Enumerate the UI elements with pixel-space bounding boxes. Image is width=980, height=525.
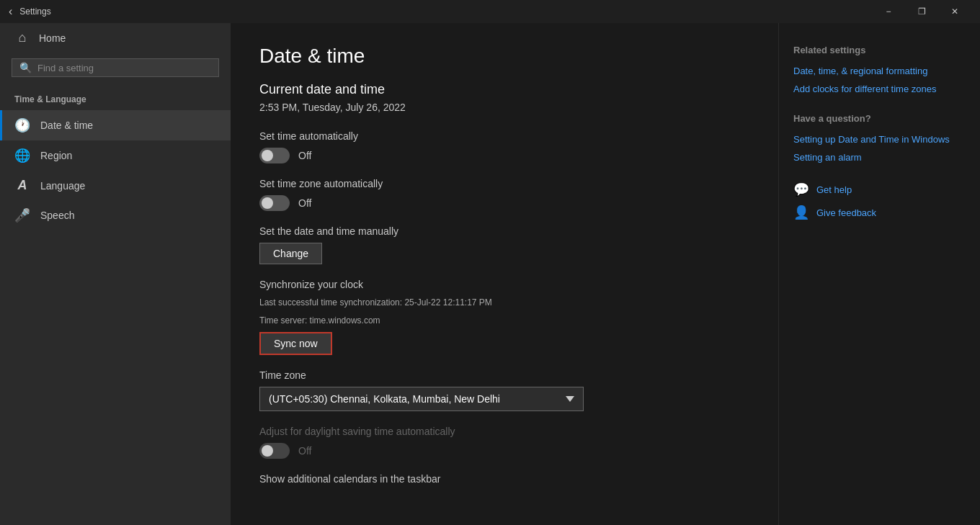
feedback-link[interactable]: Give feedback <box>816 207 876 218</box>
timezone-row: Time zone (UTC+05:30) Chennai, Kolkata, … <box>259 369 749 411</box>
regional-formatting-link[interactable]: Date, time, & regional formatting <box>793 66 966 76</box>
question-title: Have a question? <box>793 113 966 124</box>
set-time-auto-toggle-row: Off <box>259 148 749 163</box>
set-time-auto-toggle[interactable] <box>259 148 290 163</box>
additional-cal-row: Show additional calendars in the taskbar <box>259 473 749 485</box>
set-timezone-auto-value: Off <box>298 197 311 209</box>
app-title: Settings <box>19 6 50 17</box>
sidebar-item-label: Date & time <box>40 120 93 131</box>
home-icon: ⌂ <box>14 30 30 45</box>
timezone-wrapper: (UTC+05:30) Chennai, Kolkata, Mumbai, Ne… <box>259 387 584 411</box>
sidebar: ⌂ Home 🔍 Time & Language 🕐 Date & time 🌐… <box>0 23 231 525</box>
timezone-select[interactable]: (UTC+05:30) Chennai, Kolkata, Mumbai, Ne… <box>259 387 584 411</box>
setup-datetime-link[interactable]: Setting up Date and Time in Windows <box>793 134 966 145</box>
sidebar-section-label: Time & Language <box>0 83 231 110</box>
have-a-question-section: Have a question? Setting up Date and Tim… <box>793 113 966 163</box>
page-title: Date & time <box>259 45 749 68</box>
daylight-value: Off <box>298 445 311 457</box>
get-help-link[interactable]: Get help <box>816 184 852 195</box>
daylight-label: Adjust for daylight saving time automati… <box>259 426 749 437</box>
daylight-toggle-row: Off <box>259 443 749 459</box>
window-controls: − ❐ ✕ <box>872 0 971 23</box>
get-help-item[interactable]: 💬 Get help <box>793 181 966 197</box>
set-time-auto-value: Off <box>298 150 311 161</box>
sync-last-info: Last successful time synchronization: 25… <box>259 296 749 310</box>
manual-time-row: Set the date and time manually Change <box>259 225 749 264</box>
globe-icon: 🌐 <box>14 148 30 163</box>
additional-cal-label: Show additional calendars in the taskbar <box>259 473 749 485</box>
minimize-button[interactable]: − <box>872 0 905 23</box>
sidebar-item-date-time[interactable]: 🕐 Date & time <box>0 110 231 140</box>
sync-server-info: Time server: time.windows.com <box>259 314 749 328</box>
right-panel: Related settings Date, time, & regional … <box>778 23 980 525</box>
microphone-icon: 🎤 <box>14 207 30 223</box>
manual-time-label: Set the date and time manually <box>259 225 749 237</box>
clock-icon: 🕐 <box>14 117 30 133</box>
related-settings-title: Related settings <box>793 45 966 55</box>
sync-clock-label: Synchronize your clock <box>259 279 749 290</box>
back-button[interactable]: ‹ <box>9 5 12 18</box>
set-timezone-auto-toggle[interactable] <box>259 195 290 211</box>
search-input[interactable] <box>37 63 211 73</box>
titlebar: ‹ Settings − ❐ ✕ <box>0 0 980 23</box>
sync-now-button[interactable]: Sync now <box>259 332 332 355</box>
feedback-item[interactable]: 👤 Give feedback <box>793 205 966 220</box>
sidebar-item-label: Speech <box>40 210 74 221</box>
daylight-toggle[interactable] <box>259 443 290 459</box>
current-datetime: 2:53 PM, Tuesday, July 26, 2022 <box>259 102 749 113</box>
language-icon: A <box>14 178 30 193</box>
home-label: Home <box>39 32 66 44</box>
help-section: 💬 Get help 👤 Give feedback <box>793 181 966 220</box>
section-title: Current date and time <box>259 82 749 97</box>
sidebar-item-label: Region <box>40 150 72 161</box>
search-icon: 🔍 <box>19 62 32 73</box>
main-content: Date & time Current date and time 2:53 P… <box>231 23 778 525</box>
change-button[interactable]: Change <box>259 243 322 264</box>
app-body: ⌂ Home 🔍 Time & Language 🕐 Date & time 🌐… <box>0 23 980 525</box>
maximize-button[interactable]: ❐ <box>905 0 938 23</box>
setting-alarm-link[interactable]: Setting an alarm <box>793 152 966 163</box>
close-button[interactable]: ✕ <box>938 0 971 23</box>
set-timezone-auto-row: Set time zone automatically Off <box>259 178 749 211</box>
help-icon: 💬 <box>793 181 809 197</box>
sidebar-item-region[interactable]: 🌐 Region <box>0 140 231 171</box>
search-box[interactable]: 🔍 <box>12 58 219 77</box>
sidebar-item-speech[interactable]: 🎤 Speech <box>0 200 231 230</box>
set-time-auto-label: Set time automatically <box>259 130 749 142</box>
sidebar-item-language[interactable]: A Language <box>0 171 231 200</box>
set-timezone-auto-toggle-row: Off <box>259 195 749 211</box>
add-clocks-link[interactable]: Add clocks for different time zones <box>793 84 966 94</box>
daylight-row: Adjust for daylight saving time automati… <box>259 426 749 459</box>
timezone-label: Time zone <box>259 369 749 381</box>
sidebar-item-label: Language <box>40 180 85 192</box>
set-time-auto-row: Set time automatically Off <box>259 130 749 163</box>
feedback-icon: 👤 <box>793 205 809 220</box>
sidebar-home[interactable]: ⌂ Home <box>0 23 231 53</box>
set-timezone-auto-label: Set time zone automatically <box>259 178 749 189</box>
sync-clock-row: Synchronize your clock Last successful t… <box>259 279 749 355</box>
